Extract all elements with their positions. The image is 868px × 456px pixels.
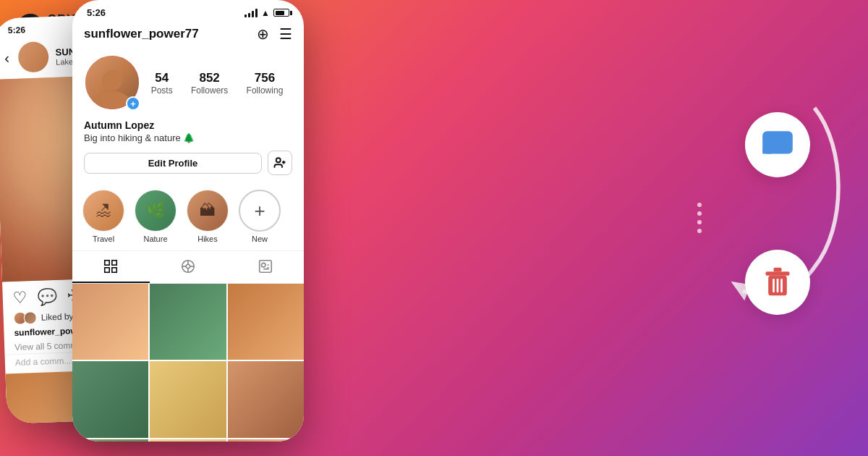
following-label: Following bbox=[247, 85, 284, 96]
tagged-icon bbox=[258, 258, 273, 274]
chat-icon-circle[interactable] bbox=[745, 112, 810, 177]
header-icons: ⊕ ☰ bbox=[257, 25, 292, 43]
svg-rect-21 bbox=[774, 268, 782, 272]
trash-icon bbox=[762, 266, 793, 298]
back-arrow-icon[interactable]: ‹ bbox=[4, 50, 9, 67]
svg-point-17 bbox=[261, 263, 265, 267]
highlight-hikes-circle: 🏔 bbox=[187, 190, 229, 232]
liked-avatars bbox=[13, 311, 37, 325]
grid-tabs bbox=[72, 250, 304, 284]
liked-avatar-2 bbox=[23, 311, 37, 325]
new-plus-icon: + bbox=[254, 200, 265, 222]
photo-cell-1[interactable] bbox=[72, 284, 148, 360]
svg-point-11 bbox=[186, 264, 190, 269]
photo-grid bbox=[72, 284, 304, 442]
followers-label: Followers bbox=[191, 85, 228, 96]
highlights-row: 🏖 Travel 🌿 Nature 🏔 Hikes + New bbox=[72, 182, 304, 250]
svg-rect-20 bbox=[766, 271, 790, 276]
battery-icon bbox=[273, 9, 289, 17]
nature-emoji: 🌿 bbox=[146, 201, 166, 220]
highlight-travel[interactable]: 🏖 Travel bbox=[82, 190, 124, 243]
highlight-travel-circle: 🏖 bbox=[82, 190, 124, 232]
posts-stat: 54 Posts bbox=[151, 71, 173, 96]
svg-rect-8 bbox=[105, 268, 109, 272]
grid-icon bbox=[103, 258, 119, 274]
profile-bio: Big into hiking & nature 🌲 bbox=[84, 132, 292, 143]
posts-label: Posts bbox=[151, 85, 173, 96]
status-icons: ▲ bbox=[244, 8, 289, 18]
liked-text: Liked by bbox=[41, 311, 74, 323]
profile-stats: + 54 Posts 852 Followers 756 Following bbox=[84, 54, 292, 112]
posts-count: 54 bbox=[155, 71, 169, 85]
highlight-hikes-label: Hikes bbox=[197, 235, 218, 243]
photo-cell-3[interactable] bbox=[228, 284, 304, 360]
photo-cell-6[interactable] bbox=[228, 361, 304, 437]
svg-point-3 bbox=[276, 158, 281, 162]
following-stat[interactable]: 756 Following bbox=[247, 71, 284, 96]
add-post-icon[interactable]: ⊕ bbox=[257, 25, 269, 43]
highlight-new[interactable]: + New bbox=[239, 190, 281, 243]
trash-icon-circle[interactable] bbox=[745, 250, 810, 315]
grid-tab-tagged[interactable] bbox=[226, 251, 304, 283]
photo-cell-8[interactable] bbox=[150, 439, 226, 442]
svg-rect-7 bbox=[112, 261, 116, 265]
highlight-new-circle: + bbox=[239, 190, 281, 232]
highlight-new-label: New bbox=[252, 235, 268, 243]
photo-cell-7[interactable] bbox=[72, 439, 148, 442]
status-bar: 5:26 ▲ bbox=[72, 0, 304, 22]
following-count: 756 bbox=[255, 71, 275, 85]
add-person-button[interactable] bbox=[268, 151, 292, 175]
travel-emoji: 🏖 bbox=[95, 201, 111, 220]
profile-username: sunflower_power77 bbox=[84, 27, 199, 41]
highlight-hikes[interactable]: 🏔 Hikes bbox=[187, 190, 229, 243]
avatar-wrap: + bbox=[84, 54, 142, 112]
highlight-nature[interactable]: 🌿 Nature bbox=[135, 190, 176, 243]
signal-bars bbox=[244, 9, 258, 17]
avatar-plus-button[interactable]: + bbox=[126, 96, 140, 111]
profile-section: + 54 Posts 852 Followers 756 Following A… bbox=[72, 48, 304, 182]
grid-tab-posts[interactable] bbox=[72, 251, 150, 283]
stats-numbers: 54 Posts 852 Followers 756 Following bbox=[142, 71, 292, 96]
svg-rect-9 bbox=[112, 268, 116, 272]
photo-cell-2[interactable] bbox=[150, 284, 226, 360]
svg-rect-6 bbox=[105, 261, 109, 265]
followers-stat[interactable]: 852 Followers bbox=[191, 71, 228, 96]
photo-cell-5[interactable] bbox=[150, 361, 226, 437]
wifi-icon: ▲ bbox=[261, 8, 270, 18]
highlight-travel-label: Travel bbox=[93, 235, 114, 243]
edit-profile-row: Edit Profile bbox=[84, 151, 292, 175]
status-time: 5:26 bbox=[87, 7, 106, 18]
chat-bubble-icon bbox=[760, 127, 796, 163]
profile-name: Autumn Lopez bbox=[84, 119, 292, 131]
edit-profile-button[interactable]: Edit Profile bbox=[84, 153, 262, 174]
back-time: 5:26 bbox=[8, 25, 26, 35]
hikes-emoji: 🏔 bbox=[200, 201, 216, 220]
highlight-nature-circle: 🌿 bbox=[135, 190, 176, 232]
back-avatar bbox=[17, 41, 48, 72]
add-person-icon bbox=[273, 156, 286, 169]
reels-icon bbox=[180, 258, 196, 274]
comment-icon[interactable]: 💬 bbox=[37, 287, 57, 307]
followers-count: 852 bbox=[199, 71, 219, 85]
grid-tab-reels[interactable] bbox=[150, 251, 227, 283]
photo-cell-4[interactable] bbox=[72, 361, 148, 437]
photo-cell-9[interactable] bbox=[228, 439, 304, 442]
menu-icon[interactable]: ☰ bbox=[279, 25, 292, 43]
like-icon[interactable]: ♡ bbox=[12, 288, 27, 308]
highlight-nature-label: Nature bbox=[143, 235, 167, 243]
svg-rect-19 bbox=[762, 131, 793, 153]
phone-front: 5:26 ▲ sunflower_power77 ⊕ ☰ bbox=[72, 0, 304, 442]
phone-header: sunflower_power77 ⊕ ☰ bbox=[72, 22, 304, 48]
